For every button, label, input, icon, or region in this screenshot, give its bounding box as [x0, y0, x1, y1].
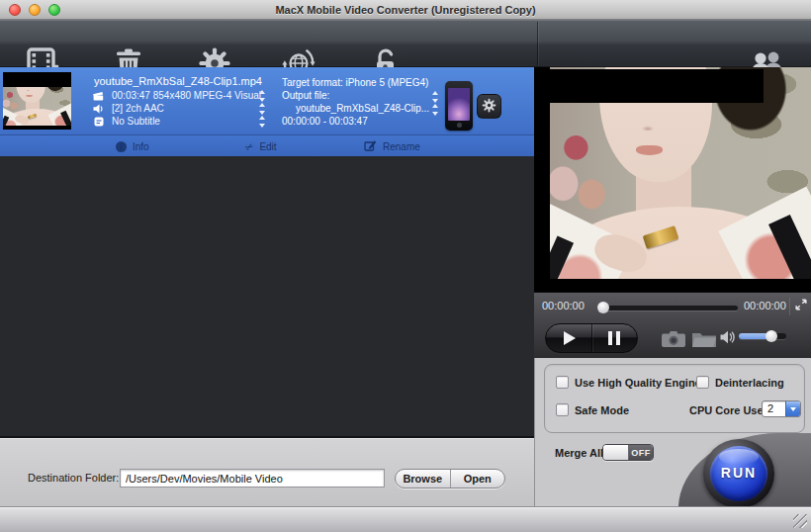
seek-knob[interactable]: [597, 302, 609, 313]
output-file-name: youtube_RmXbSal_Z48-Clip...: [296, 103, 429, 114]
item-action-bar: i Info ✂ Edit Rename: [0, 134, 534, 156]
deinterlacing-label: Deinterlacing: [715, 377, 784, 389]
iphone-device-icon[interactable]: [445, 81, 473, 131]
run-button-gloss: [719, 449, 759, 465]
target-format: Target format: iPhone 5 (MPEG4): [282, 77, 428, 88]
options-box: Use High Quality Engine Deinterlacing Sa…: [544, 364, 805, 433]
speaker-icon: [720, 330, 736, 347]
output-stepper-2[interactable]: [431, 104, 439, 116]
volume-knob[interactable]: [766, 330, 777, 342]
pause-icon: [608, 331, 620, 345]
subtitle-track-icon: [93, 117, 104, 127]
camera-icon: [661, 334, 686, 351]
folder-icon: [691, 334, 717, 351]
rename-action[interactable]: Rename: [364, 135, 420, 157]
resize-grip[interactable]: [793, 514, 807, 528]
run-button-label: RUN: [703, 465, 774, 481]
dropdown-arrow-icon: [785, 401, 800, 416]
safe-mode-label: Safe Mode: [575, 404, 629, 416]
cpu-core-value: 2: [763, 401, 785, 416]
toggle-knob: [603, 445, 629, 460]
merge-all-label: Merge All:: [555, 447, 607, 459]
file-row-selected[interactable]: youtube_RmXbSal_Z48-Clip1.mp4 00:03:47 8…: [0, 67, 534, 134]
toolbar: [0, 20, 811, 67]
iphone-screen: [448, 88, 470, 121]
rename-icon: [364, 139, 377, 153]
open-button[interactable]: Open: [450, 470, 505, 488]
pause-button[interactable]: [591, 324, 638, 352]
destination-buttons: Browse Open: [395, 469, 505, 488]
trim-range: 00:00:00 - 00:03:47: [282, 116, 368, 127]
video-track-info: 00:03:47 854x480 MPEG-4 Visual: [112, 90, 261, 101]
iphone-home-button: [457, 123, 462, 128]
playback-capsule: [545, 323, 638, 353]
status-bar: [0, 506, 811, 532]
preview-censor-bar: [534, 69, 764, 103]
browse-button[interactable]: Browse: [396, 470, 450, 488]
titlebar: MacX Mobile Video Converter (Unregistere…: [0, 0, 811, 20]
destination-path-input[interactable]: [120, 469, 385, 488]
app-window: MacX Mobile Video Converter (Unregistere…: [0, 0, 811, 532]
seek-slider[interactable]: [597, 306, 738, 310]
safe-mode-checkbox[interactable]: [556, 403, 569, 416]
video-thumbnail: [3, 72, 71, 130]
thumbnail-censor-bar: [3, 76, 71, 87]
play-icon: [564, 331, 576, 345]
expand-icon: [794, 298, 808, 314]
output-stepper-1[interactable]: [431, 91, 439, 103]
total-time: 00:00:00: [744, 300, 786, 311]
edit-label: Edit: [259, 141, 276, 152]
run-button[interactable]: RUN: [703, 439, 774, 508]
video-track-stepper[interactable]: [258, 90, 266, 102]
destination-folder-label: Destination Folder:: [28, 472, 119, 484]
file-list: youtube_RmXbSal_Z48-Clip1.mp4 00:03:47 8…: [0, 67, 534, 438]
file-name: youtube_RmXbSal_Z48-Clip1.mp4: [94, 75, 262, 87]
subtitle-track-info: No Subtitle: [112, 116, 160, 127]
toolbar-divider: [537, 22, 538, 65]
play-button[interactable]: [546, 324, 591, 352]
high-quality-label: Use High Quality Engine: [575, 377, 701, 389]
subtitle-track-stepper[interactable]: [258, 116, 266, 128]
open-snapshot-folder-button[interactable]: [691, 329, 717, 352]
cpu-core-select[interactable]: 2: [762, 400, 801, 417]
toggle-state: OFF: [629, 445, 653, 460]
format-settings-button[interactable]: [477, 94, 501, 119]
audio-track-info: [2] 2ch AAC: [112, 103, 164, 114]
rename-label: Rename: [383, 141, 420, 152]
scissors-icon: ✂: [243, 139, 256, 153]
volume-slider[interactable]: [739, 333, 786, 339]
audio-track-icon: [93, 104, 104, 114]
audio-track-stepper[interactable]: [258, 103, 266, 115]
destination-panel: Destination Folder: Browse Open: [0, 438, 534, 506]
snapshot-button[interactable]: [661, 330, 686, 352]
output-file-label: Output file:: [282, 90, 329, 101]
edit-action[interactable]: ✂ Edit: [245, 135, 277, 157]
high-quality-checkbox[interactable]: [556, 376, 569, 389]
mute-button[interactable]: [720, 330, 736, 348]
video-track-icon: [93, 91, 104, 101]
info-action[interactable]: i Info: [116, 135, 149, 157]
video-preview[interactable]: [534, 67, 811, 292]
info-icon: i: [116, 141, 127, 152]
cpu-core-label: CPU Core Use:: [689, 404, 766, 416]
elapsed-time: 00:00:00: [542, 300, 585, 311]
merge-all-toggle[interactable]: OFF: [602, 444, 654, 461]
player-controls: 00:00:00 00:00:00: [534, 292, 811, 358]
gear-small-icon: [482, 98, 496, 116]
fullscreen-button[interactable]: [789, 298, 807, 315]
info-label: Info: [133, 141, 149, 152]
window-title: MacX Mobile Video Converter (Unregistere…: [0, 0, 811, 20]
deinterlacing-checkbox[interactable]: [696, 376, 709, 389]
